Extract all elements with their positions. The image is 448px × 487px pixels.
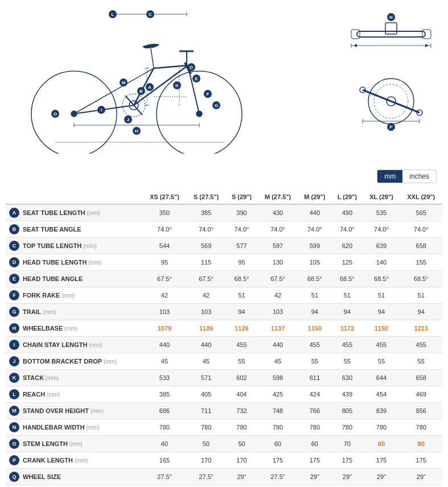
- data-cell: 1150: [298, 320, 331, 337]
- data-cell: 175: [331, 452, 363, 469]
- data-cell: 1106: [187, 320, 225, 337]
- data-cell: 74.0°: [298, 221, 331, 238]
- svg-text:A: A: [148, 85, 151, 90]
- data-cell: 620: [331, 238, 363, 254]
- badge-j: J: [9, 356, 19, 366]
- data-cell: 74.0°: [400, 221, 442, 238]
- data-cell: 535: [363, 204, 400, 221]
- svg-line-11: [151, 48, 154, 68]
- svg-line-72: [391, 101, 420, 113]
- data-cell: 94: [225, 304, 257, 320]
- badge-b: B: [9, 224, 19, 234]
- data-cell: 711: [187, 403, 225, 419]
- data-cell: 74.0°: [258, 221, 298, 238]
- data-cell: 732: [225, 403, 257, 419]
- data-cell: 51: [225, 287, 257, 304]
- svg-rect-61: [422, 30, 431, 39]
- unit-text: (mm): [87, 259, 101, 266]
- table-header: XS (27.5") S (27.5") S (29") M (27.5") M…: [6, 190, 442, 204]
- data-cell: 45: [187, 353, 225, 370]
- data-cell: 27.5": [142, 469, 187, 485]
- badge-c: C: [9, 241, 19, 251]
- table-row: HWHEELBASE (mm)1079110611261137115011721…: [6, 320, 442, 337]
- label-cell: KSTACK (mm): [6, 370, 142, 386]
- data-cell: 1172: [331, 320, 363, 337]
- unit-toggle-area: mm inches: [0, 165, 448, 188]
- svg-text:J: J: [127, 117, 129, 122]
- badge-n: N: [9, 422, 19, 432]
- row-label-text: STEM LENGTH (mm): [23, 440, 83, 447]
- data-cell: 780: [142, 419, 187, 436]
- table-row: EHEAD TUBE ANGLE67.5°67.5°68.5°67.5°68.5…: [6, 271, 442, 287]
- label-cell: LREACH (mm): [6, 386, 142, 402]
- svg-text:N: N: [389, 15, 393, 20]
- data-cell: 51: [363, 287, 400, 304]
- data-cell: 440: [258, 337, 298, 353]
- svg-rect-60: [351, 30, 360, 39]
- table-row: KSTACK (mm)533571602598611630644658: [6, 370, 442, 386]
- data-cell: 780: [400, 419, 442, 436]
- col-s275: S (27.5"): [187, 190, 225, 204]
- data-cell: 405: [187, 386, 225, 403]
- data-cell: 155: [400, 254, 442, 271]
- data-cell: 45: [258, 353, 298, 370]
- data-cell: 565: [400, 204, 442, 221]
- data-cell: 94: [331, 304, 363, 320]
- svg-line-7: [154, 65, 188, 68]
- data-cell: 60: [258, 436, 298, 452]
- unit-text: (mm): [60, 292, 75, 299]
- data-cell: 74.0°: [225, 221, 257, 238]
- badge-m: M: [9, 406, 19, 416]
- data-cell: 175: [298, 452, 331, 469]
- table-row: MSTAND OVER HEIGHT (mm)68671173274876680…: [6, 403, 442, 419]
- handlebar-svg: N: [346, 11, 437, 63]
- row-label-text: CRANK LENGTH (mm): [23, 457, 88, 464]
- data-cell: 42: [187, 287, 225, 304]
- data-cell: 170: [187, 452, 225, 469]
- data-cell: 74.0°: [331, 221, 363, 238]
- data-cell: 50: [187, 436, 225, 452]
- badge-l: L: [9, 389, 19, 399]
- data-cell: 67.5°: [142, 271, 187, 287]
- data-cell: 42: [142, 287, 187, 304]
- data-cell: 29": [363, 469, 400, 485]
- label-cell: EHEAD TUBE ANGLE: [6, 271, 142, 287]
- col-xxl29: XXL (29"): [400, 190, 442, 204]
- mm-button[interactable]: mm: [377, 170, 402, 183]
- data-cell: 103: [142, 304, 187, 320]
- data-cell: 780: [298, 419, 331, 436]
- data-cell: 1126: [225, 320, 257, 337]
- unit-toggle[interactable]: mm inches: [377, 170, 437, 183]
- data-cell: 748: [258, 403, 298, 419]
- data-cell: 602: [225, 370, 257, 386]
- data-cell: 51: [400, 287, 442, 304]
- label-cell: GTRAIL (mm): [6, 304, 142, 320]
- table-row: QWHEEL SIZE27.5"27.5"29"27.5"29"29"29"29…: [6, 469, 442, 485]
- data-cell: 105: [298, 254, 331, 271]
- data-cell: 90: [400, 436, 442, 452]
- data-cell: 455: [331, 337, 363, 353]
- table-row: LREACH (mm)385405404425424439454469: [6, 386, 442, 403]
- row-label-text: STACK (mm): [23, 374, 59, 381]
- svg-text:E: E: [195, 76, 198, 81]
- row-label-text: WHEELBASE (mm): [23, 325, 77, 332]
- data-cell: 165: [142, 452, 187, 469]
- badge-q: Q: [9, 472, 19, 482]
- badge-o: O: [9, 439, 19, 449]
- data-cell: 533: [142, 370, 187, 386]
- data-cell: 455: [363, 337, 400, 353]
- label-cell: PCRANK LENGTH (mm): [6, 452, 142, 468]
- data-cell: 805: [331, 403, 363, 419]
- data-cell: 51: [331, 287, 363, 304]
- unit-text: (mm): [44, 375, 59, 381]
- data-cell: 175: [258, 452, 298, 469]
- data-cell: 60: [298, 436, 331, 452]
- data-cell: 430: [258, 204, 298, 221]
- data-cell: 55: [363, 353, 400, 370]
- data-cell: 780: [363, 419, 400, 436]
- data-cell: 1137: [258, 320, 298, 337]
- inches-button[interactable]: inches: [402, 170, 436, 183]
- specs-table-wrapper: XS (27.5") S (27.5") S (29") M (27.5") M…: [0, 190, 448, 485]
- data-cell: 766: [298, 403, 331, 419]
- badge-g: G: [9, 307, 19, 317]
